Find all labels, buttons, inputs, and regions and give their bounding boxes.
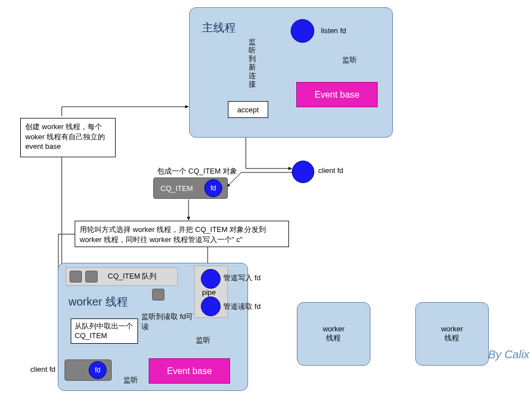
queue-label: CQ_ITEM 队列 (108, 271, 157, 281)
listen-label: 监听 (342, 55, 357, 65)
accept-box: accept (228, 101, 268, 118)
worker-box-2: worker线程 (297, 302, 370, 366)
cq-item-wrap-label: 包成一个 CQ_ITEM 对象 (157, 166, 237, 176)
client-fd-label: client fd (318, 166, 343, 175)
main-event-base: Event base (296, 82, 378, 107)
new-conn-label: 监听到新连接 (249, 38, 256, 88)
pipe-read-fd-circle (201, 297, 221, 316)
listen2-label: 监听 (123, 375, 138, 385)
pipe-write-fd-label: 管道写入 fd (223, 273, 260, 283)
worker-event-base: Event base (149, 358, 230, 384)
pipe-write-fd-circle (201, 269, 221, 289)
queue-slot-1 (70, 271, 82, 282)
listen-fd-circle (291, 19, 314, 43)
listen-readable-label: 监听到读取 fd可读 (141, 312, 200, 332)
worker-box-2-label: worker线程 (323, 325, 345, 343)
worker-box-3-label: worker线程 (441, 325, 463, 343)
queue-slot-2 (85, 271, 98, 282)
create-worker-note: 创建 worker 线程，每个woker 线程有自己独立的 event base (20, 118, 116, 157)
cq-item-fd-circle: fd (204, 179, 222, 197)
worker-title: worker 线程 (68, 294, 128, 309)
worker-box-3: worker线程 (415, 302, 489, 366)
queue-item-drop (152, 289, 164, 300)
client-fd-circle (292, 161, 314, 183)
worker-client-fd-circle: fd (89, 361, 107, 379)
pipe-label: pipe (202, 288, 216, 297)
watermark: By Calix (488, 348, 529, 361)
dequeue-box: 从队列中取出一个 CQ_ITEM (71, 318, 138, 344)
main-thread-title: 主线程 (202, 20, 236, 35)
pipe-read-fd-label: 管道读取 fd (223, 302, 260, 312)
cq-item-text: CQ_ITEM (160, 184, 193, 193)
listen-fd-label: listen fd (321, 26, 346, 35)
worker-client-fd-label: client fd (30, 365, 56, 373)
listen-label-worker: 监听 (196, 335, 210, 345)
dispatch-note: 用轮叫方式选择 worker 线程，并把 CQ_ITEM 对象分发到 worke… (75, 221, 289, 247)
